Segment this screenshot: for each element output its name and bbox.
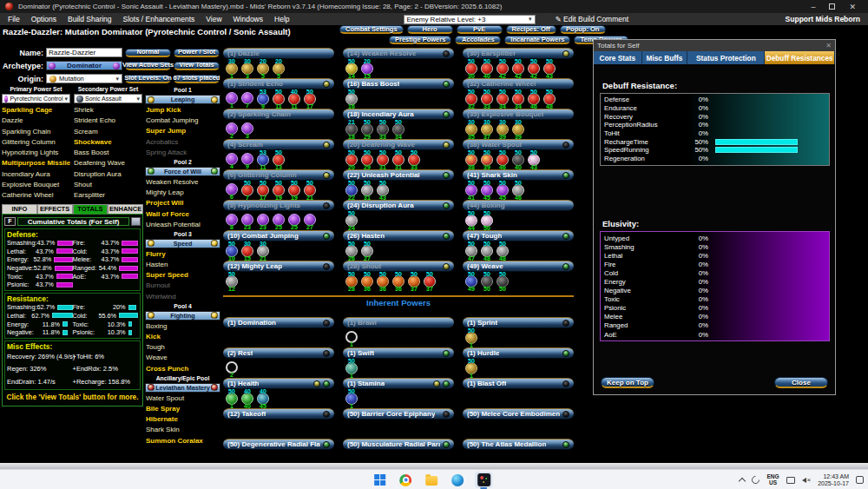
recipes-toggle-button[interactable]: Recipes: Off <box>506 25 556 34</box>
enhancement-slot[interactable]: 3039 <box>511 120 525 139</box>
edit-build-comment-button[interactable]: ✎ Edit Build Comment <box>556 15 629 23</box>
enhancement-slot[interactable]: 5039 <box>480 150 494 169</box>
name-input[interactable] <box>46 48 122 57</box>
power-bar[interactable]: (16) Bass Boost <box>343 78 454 89</box>
menu-options[interactable]: Options <box>31 15 56 23</box>
enhancement-slot[interactable]: 5034 <box>511 89 525 109</box>
enhancement-slot[interactable]: 205 <box>272 59 286 78</box>
enhancement-slot[interactable]: 5033 <box>407 150 421 169</box>
accolades-button[interactable]: Accolades <box>455 36 501 44</box>
enhancement-slot[interactable]: 5029 <box>360 150 374 169</box>
power-bar[interactable]: (50) Musculature Radial Paragon <box>343 439 454 450</box>
enemy-level-select[interactable]: Enemy Relative Level: +3 ▾ <box>404 15 536 24</box>
enhancement-slot[interactable]: 7 <box>240 89 254 109</box>
enhancement-slot[interactable]: 3021 <box>256 241 270 261</box>
tab-enhance[interactable]: ENHANCE <box>108 204 143 214</box>
prestige-powers-button[interactable]: Prestige Powers <box>389 36 451 44</box>
menu-file[interactable]: File <box>8 15 20 23</box>
pool-power[interactable]: Acrobatics <box>146 137 220 148</box>
pool-select[interactable]: Force of Will <box>145 167 220 176</box>
pool-power[interactable]: Cross Punch <box>146 364 220 374</box>
powerset-power[interactable]: Sparkling Cage <box>2 105 70 116</box>
enhancement-slot[interactable]: 5033 <box>480 89 494 109</box>
enhancement-slot[interactable]: 3039 <box>496 120 510 139</box>
power-bar[interactable]: (1) Health <box>223 378 334 389</box>
tab-effects[interactable]: EFFECTS <box>37 204 73 214</box>
pool-power[interactable]: Boxing <box>146 321 220 332</box>
pool-power[interactable]: Bile Spray <box>146 404 220 414</box>
enhancement-slot[interactable]: 1 <box>225 89 239 109</box>
enhancement-slot[interactable]: 5037 <box>407 272 421 291</box>
enhancement-slot[interactable]: 2015 <box>360 59 374 78</box>
enhancement-slot[interactable]: 5045 <box>480 181 494 200</box>
enhancement-slot[interactable]: 5034 <box>391 120 405 139</box>
view-totals-button[interactable]: View Totals <box>174 62 220 70</box>
pool-power[interactable]: Weave <box>146 353 220 363</box>
power-bar[interactable]: (14) Weaken Resolve <box>343 48 454 59</box>
enhancement-slot[interactable]: 4011 <box>287 89 301 109</box>
enhancement-slot[interactable]: 5033 <box>376 120 390 139</box>
enhancement-slot[interactable]: 501 <box>345 359 358 378</box>
enhancement-slot[interactable]: 5044 <box>464 211 478 230</box>
powerset-power[interactable]: Shockwave <box>74 137 142 148</box>
enhancement-slot[interactable]: 5031 <box>376 150 390 169</box>
enhancement-slot[interactable]: 5050 <box>480 272 494 291</box>
powerset-power[interactable]: Sparkling Chain <box>2 127 70 137</box>
maximize-button[interactable] <box>829 3 835 10</box>
pool-power[interactable]: Wall of Force <box>146 209 220 220</box>
tray-overflow-chevron-icon[interactable] <box>739 478 746 485</box>
enhancement-slot[interactable]: 5019 <box>272 181 286 200</box>
enhancement-slot[interactable]: 23 <box>240 211 254 230</box>
speaker-muted-icon[interactable]: × <box>802 476 812 484</box>
power-bar[interactable]: (1) Hurdle <box>463 347 574 359</box>
enhancement-slot[interactable]: 5010 <box>225 241 239 261</box>
power-bar[interactable]: (50) Barrier Core Epiphany <box>343 408 454 420</box>
start-button[interactable] <box>371 472 388 488</box>
enhancement-slot[interactable]: 3037 <box>480 120 494 139</box>
powerset-power[interactable]: Glittering Column <box>2 137 70 148</box>
enhancement-slot[interactable]: 5036 <box>391 272 405 291</box>
pool-power[interactable]: Burnout <box>146 281 220 291</box>
power-bar[interactable]: (2) Rest <box>223 347 334 359</box>
enhancement-slot[interactable]: 4 <box>225 150 239 169</box>
pool-power[interactable]: Summon Coralax <box>146 436 220 446</box>
powerset-power[interactable]: Shriek <box>74 105 142 116</box>
enhancement-slot[interactable]: 5049 <box>464 272 478 291</box>
enhancement-slot[interactable]: 3015 <box>240 241 254 261</box>
close-icon[interactable]: ✕ <box>825 42 832 50</box>
enhancement-slot[interactable]: 5050 <box>480 211 494 230</box>
enhancement-slot[interactable]: 5048 <box>480 241 494 261</box>
enhancement-slot[interactable]: 25 <box>287 211 301 230</box>
hero-button[interactable]: Hero <box>407 25 453 34</box>
mids-reborn-taskbar-icon[interactable] <box>475 472 492 488</box>
secondary-set-select[interactable]: Sonic Assault ▾ <box>74 94 142 103</box>
enhancement-slot[interactable]: 501 <box>345 389 358 408</box>
pool-select[interactable]: Fighting <box>145 311 220 320</box>
pool-power[interactable]: Super Jump <box>146 126 220 136</box>
enhancement-slot[interactable]: 2 <box>225 359 239 378</box>
view-active-sets-button[interactable]: View Active Sets <box>125 62 171 70</box>
power-bar[interactable]: (8) Hypnotizing Lights <box>223 200 334 211</box>
enhancement-slot[interactable]: 5028 <box>345 272 358 291</box>
primary-set-select[interactable]: Pyrotechnic Control ▾ <box>2 94 70 103</box>
totals-tab-status-protection[interactable]: Status Protection <box>687 51 765 64</box>
powerset-power[interactable]: Catherine Wheel <box>2 190 70 201</box>
enhancement-slot[interactable]: 5043 <box>527 150 541 169</box>
pool-power[interactable]: Mighty Leap <box>146 188 220 198</box>
enhancement-slot[interactable]: 2 <box>225 120 239 139</box>
power-bar[interactable]: (26) Hasten <box>343 230 454 241</box>
enhancement-slot[interactable]: 5042 <box>496 59 510 78</box>
enhancement-slot[interactable]: 8 <box>225 211 239 230</box>
pool-power[interactable]: Spring Attack <box>146 148 220 158</box>
powerset-power[interactable]: Scream <box>74 127 142 137</box>
edge-taskbar-icon[interactable] <box>449 472 466 488</box>
pool-power[interactable]: Tough <box>146 342 220 353</box>
enhancement-slot[interactable]: 303 <box>240 59 254 78</box>
enhancement-slot[interactable]: 501 <box>225 389 239 408</box>
enhancement-slot[interactable]: 5024 <box>345 211 358 230</box>
enhancement-slot[interactable]: 5048 <box>496 241 510 261</box>
enhancement-slot[interactable]: 4040 <box>240 389 254 408</box>
file-explorer-taskbar-icon[interactable] <box>423 472 440 488</box>
power-bar[interactable]: (1) Blast Off <box>463 378 574 389</box>
enhancement-slot[interactable]: 23 <box>256 211 270 230</box>
